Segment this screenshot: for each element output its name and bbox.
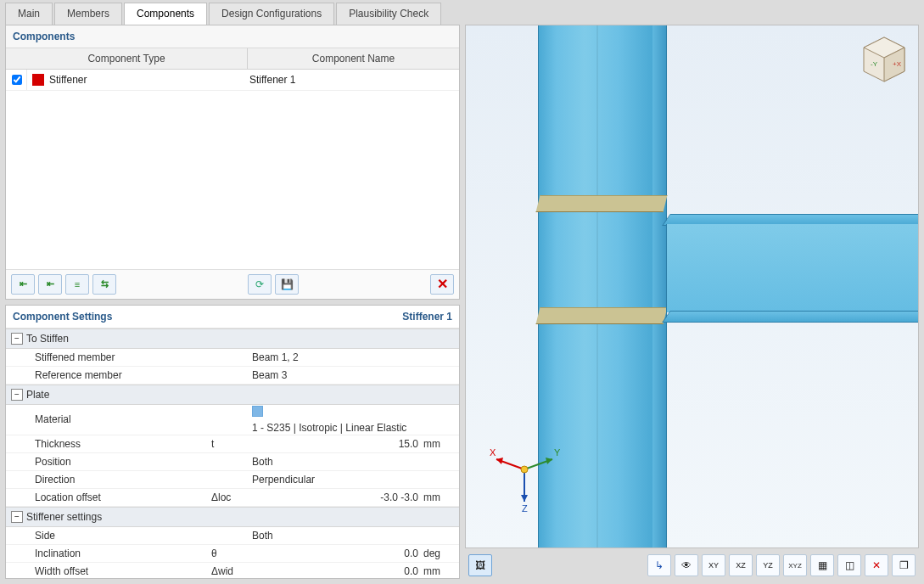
- svg-text:X: X: [490, 447, 496, 458]
- property-label: Reference member: [35, 368, 211, 382]
- svg-marker-9: [546, 458, 552, 464]
- shift-left-icon[interactable]: ≡: [65, 274, 89, 295]
- property-grid[interactable]: −To StiffenStiffened memberBeam 1, 2Refe…: [6, 328, 459, 579]
- save-icon[interactable]: 💾: [275, 274, 299, 295]
- property-label: Location offset: [35, 491, 211, 504]
- components-rows[interactable]: Stiffener Stiffener 1: [6, 70, 459, 269]
- xz-plane-icon[interactable]: XZ: [729, 554, 753, 576]
- svg-marker-6: [496, 458, 503, 464]
- tab-members[interactable]: Members: [54, 3, 122, 25]
- property-row[interactable]: Inclinationθ0.0deg: [6, 545, 459, 563]
- property-value[interactable]: 15.0: [252, 438, 423, 450]
- color-swatch[interactable]: [32, 74, 44, 86]
- group-header[interactable]: −Plate: [6, 385, 459, 405]
- property-unit: mm: [423, 491, 459, 503]
- settings-object: Stiffener 1: [402, 311, 452, 323]
- collapse-toggle[interactable]: −: [11, 333, 23, 345]
- property-row[interactable]: Stiffened memberBeam 1, 2: [6, 349, 459, 367]
- col-component-type: Component Type: [6, 48, 248, 69]
- components-panel: Components Component Type Component Name…: [5, 25, 460, 300]
- svg-point-14: [521, 466, 528, 473]
- main-tabs: Main Members Components Design Configura…: [0, 0, 924, 25]
- collapse-toggle[interactable]: −: [11, 389, 23, 401]
- components-toolbar: ⇤ ⇤ ≡ ⇆ ⟳ 💾 ✕: [6, 269, 459, 299]
- new-window-icon[interactable]: ❐: [892, 554, 916, 576]
- stiffener-plate-top: [536, 195, 668, 212]
- table-row[interactable]: Stiffener Stiffener 1: [6, 70, 459, 91]
- flip-icon[interactable]: ▦: [810, 554, 834, 576]
- property-row[interactable]: PositionBoth: [6, 453, 459, 471]
- property-symbol: Δloc: [211, 491, 252, 503]
- tab-main[interactable]: Main: [5, 3, 53, 25]
- group-label: Stiffener settings: [26, 511, 102, 523]
- property-value[interactable]: 1 - S235 | Isotropic | Linear Elastic: [252, 406, 423, 434]
- property-value[interactable]: Beam 3: [252, 369, 423, 381]
- tab-components[interactable]: Components: [124, 3, 207, 25]
- property-value[interactable]: Both: [252, 456, 423, 468]
- settings-panel: Component Settings Stiffener 1 −To Stiff…: [5, 305, 460, 580]
- svg-text:Y: Y: [554, 447, 561, 458]
- tab-design-config[interactable]: Design Configurations: [209, 3, 334, 25]
- collapse-toggle[interactable]: −: [11, 511, 23, 523]
- shift-right-icon[interactable]: ⇆: [92, 274, 116, 295]
- svg-text:-Y: -Y: [871, 60, 878, 68]
- property-value[interactable]: Both: [252, 530, 423, 542]
- axes-toggle-icon[interactable]: ↳: [647, 554, 671, 576]
- property-row[interactable]: Reference memberBeam 3: [6, 367, 459, 385]
- group-header[interactable]: −To Stiffen: [6, 328, 459, 349]
- xy-plane-icon[interactable]: XY: [702, 554, 725, 576]
- delete-view-icon[interactable]: ✕: [865, 554, 888, 576]
- property-label: Side: [35, 529, 211, 542]
- beam-member: [666, 214, 919, 323]
- xyz-plane-icon[interactable]: XYZ: [783, 554, 807, 576]
- svg-text:Z: Z: [522, 503, 528, 514]
- viewport-toolbar: 🖼 ↳ 👁 XY XZ YZ XYZ ▦ ◫ ✕ ❐: [465, 552, 919, 579]
- property-symbol: Δwid: [211, 565, 252, 577]
- group-header[interactable]: −Stiffener settings: [6, 507, 459, 527]
- property-row[interactable]: Material1 - S235 | Isotropic | Linear El…: [6, 405, 459, 435]
- row-enable-checkbox[interactable]: [12, 75, 22, 85]
- cell-component-type[interactable]: Stiffener: [49, 71, 244, 88]
- property-unit: deg: [423, 548, 459, 559]
- settings-title: Component Settings: [13, 311, 112, 323]
- stiffener-plate-bottom: [536, 307, 668, 324]
- copy-row-icon[interactable]: ⇤: [38, 274, 62, 295]
- property-value[interactable]: -3.0 -3.0: [252, 491, 423, 503]
- property-row[interactable]: SideBoth: [6, 527, 459, 545]
- display-mode-icon[interactable]: 🖼: [468, 554, 492, 576]
- group-label: Plate: [26, 389, 49, 401]
- property-value[interactable]: 0.0: [252, 565, 423, 577]
- 3d-viewport[interactable]: +X -Y X Y Z: [465, 25, 919, 548]
- navigation-cube[interactable]: +X -Y: [860, 36, 908, 83]
- view-options-icon[interactable]: 👁: [675, 554, 698, 576]
- insert-row-icon[interactable]: ⇤: [11, 274, 35, 295]
- cell-component-name[interactable]: Stiffener 1: [244, 71, 459, 88]
- property-label: Position: [35, 455, 211, 469]
- material-swatch: [252, 406, 263, 417]
- group-label: To Stiffen: [26, 333, 69, 345]
- axis-triad: X Y Z: [486, 437, 563, 514]
- property-label: Inclination: [35, 547, 211, 560]
- property-unit: mm: [423, 438, 459, 450]
- property-row[interactable]: DirectionPerpendicular: [6, 471, 459, 489]
- yz-plane-icon[interactable]: YZ: [756, 554, 780, 576]
- col-component-name: Component Name: [248, 48, 459, 69]
- property-label: Stiffened member: [35, 351, 211, 364]
- svg-text:+X: +X: [893, 60, 902, 68]
- property-label: Width offset: [35, 564, 211, 578]
- svg-marker-12: [521, 495, 528, 502]
- apply-icon[interactable]: ⟳: [248, 274, 272, 295]
- property-row[interactable]: Thicknesst15.0mm: [6, 435, 459, 453]
- property-label: Thickness: [35, 437, 211, 451]
- property-unit: mm: [423, 565, 459, 577]
- property-symbol: θ: [211, 548, 252, 559]
- tab-plausibility[interactable]: Plausibility Check: [336, 3, 441, 25]
- components-column-headers: Component Type Component Name: [6, 48, 459, 70]
- property-value[interactable]: Perpendicular: [252, 474, 423, 486]
- property-value[interactable]: 0.0: [252, 548, 423, 559]
- delete-row-button[interactable]: ✕: [430, 274, 454, 295]
- section-icon[interactable]: ◫: [837, 554, 861, 576]
- property-row[interactable]: Location offsetΔloc-3.0 -3.0mm: [6, 489, 459, 507]
- property-row[interactable]: Width offsetΔwid0.0mm: [6, 563, 459, 579]
- property-value[interactable]: Beam 1, 2: [252, 351, 423, 363]
